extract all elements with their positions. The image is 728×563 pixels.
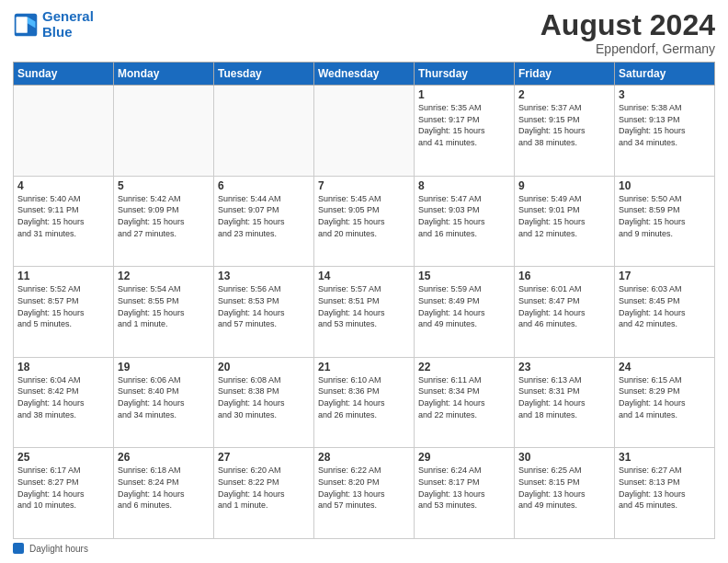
day-info: Sunrise: 5:45 AM Sunset: 9:05 PM Dayligh… [318,193,410,239]
dow-header-tuesday: Tuesday [214,63,314,86]
day-number: 9 [518,179,610,192]
day-number: 14 [318,270,410,282]
day-number: 29 [418,451,510,464]
calendar-cell: 27Sunrise: 6:20 AM Sunset: 8:22 PM Dayli… [214,448,314,539]
calendar-table: SundayMondayTuesdayWednesdayThursdayFrid… [13,62,715,539]
day-number: 24 [619,361,711,373]
day-number: 23 [518,361,610,373]
calendar-cell: 3Sunrise: 5:38 AM Sunset: 9:13 PM Daylig… [615,86,715,177]
day-info: Sunrise: 5:50 AM Sunset: 8:59 PM Dayligh… [619,193,711,239]
calendar-cell: 7Sunrise: 5:45 AM Sunset: 9:05 PM Daylig… [314,176,415,267]
day-info: Sunrise: 5:38 AM Sunset: 9:13 PM Dayligh… [619,102,711,148]
day-number: 4 [17,179,109,192]
day-number: 26 [118,451,210,464]
dow-header-wednesday: Wednesday [314,63,415,86]
day-number: 30 [518,451,610,464]
day-number: 10 [619,179,711,192]
calendar-cell: 6Sunrise: 5:44 AM Sunset: 9:07 PM Daylig… [214,176,314,267]
dow-header-saturday: Saturday [615,63,715,86]
calendar-cell: 19Sunrise: 6:06 AM Sunset: 8:40 PM Dayli… [114,357,214,448]
day-number: 15 [418,270,510,282]
day-info: Sunrise: 6:11 AM Sunset: 8:34 PM Dayligh… [418,374,510,420]
day-info: Sunrise: 5:52 AM Sunset: 8:57 PM Dayligh… [17,283,109,329]
calendar-cell: 17Sunrise: 6:03 AM Sunset: 8:45 PM Dayli… [615,267,715,358]
day-info: Sunrise: 6:06 AM Sunset: 8:40 PM Dayligh… [118,374,210,420]
day-number: 8 [418,179,510,192]
calendar-cell: 9Sunrise: 5:49 AM Sunset: 9:01 PM Daylig… [515,176,615,267]
calendar-cell: 31Sunrise: 6:27 AM Sunset: 8:13 PM Dayli… [615,448,715,539]
calendar-cell [114,86,214,177]
logo-line2: Blue [42,24,73,40]
logo-line1: General [42,8,94,24]
dow-header-friday: Friday [515,63,615,86]
day-number: 6 [218,179,310,192]
calendar-cell: 26Sunrise: 6:18 AM Sunset: 8:24 PM Dayli… [114,448,214,539]
day-info: Sunrise: 5:47 AM Sunset: 9:03 PM Dayligh… [418,193,510,239]
day-number: 31 [619,451,711,464]
calendar-cell: 23Sunrise: 6:13 AM Sunset: 8:31 PM Dayli… [515,357,615,448]
day-number: 20 [218,361,310,373]
header: General Blue August 2024 Eppendorf, Germ… [13,9,715,56]
day-info: Sunrise: 6:20 AM Sunset: 8:22 PM Dayligh… [218,465,310,511]
calendar-cell: 12Sunrise: 5:54 AM Sunset: 8:55 PM Dayli… [114,267,214,358]
day-info: Sunrise: 6:18 AM Sunset: 8:24 PM Dayligh… [118,465,210,511]
title-block: August 2024 Eppendorf, Germany [540,9,715,56]
calendar-cell: 8Sunrise: 5:47 AM Sunset: 9:03 PM Daylig… [415,176,515,267]
day-number: 22 [418,361,510,373]
calendar-cell: 5Sunrise: 5:42 AM Sunset: 9:09 PM Daylig… [114,176,214,267]
week-row-2: 4Sunrise: 5:40 AM Sunset: 9:11 PM Daylig… [14,176,715,267]
dow-header-monday: Monday [114,63,214,86]
day-number: 13 [218,270,310,282]
day-info: Sunrise: 5:59 AM Sunset: 8:49 PM Dayligh… [418,283,510,329]
day-info: Sunrise: 6:25 AM Sunset: 8:15 PM Dayligh… [518,465,610,511]
calendar-cell: 2Sunrise: 5:37 AM Sunset: 9:15 PM Daylig… [515,86,615,177]
day-number: 16 [518,270,610,282]
week-row-3: 11Sunrise: 5:52 AM Sunset: 8:57 PM Dayli… [14,267,715,358]
calendar-cell [214,86,314,177]
day-info: Sunrise: 6:03 AM Sunset: 8:45 PM Dayligh… [619,283,711,329]
day-info: Sunrise: 5:57 AM Sunset: 8:51 PM Dayligh… [318,283,410,329]
calendar-cell [314,86,415,177]
day-info: Sunrise: 6:22 AM Sunset: 8:20 PM Dayligh… [318,465,410,511]
day-info: Sunrise: 6:17 AM Sunset: 8:27 PM Dayligh… [17,465,109,511]
calendar-cell: 15Sunrise: 5:59 AM Sunset: 8:49 PM Dayli… [415,267,515,358]
day-info: Sunrise: 5:56 AM Sunset: 8:53 PM Dayligh… [218,283,310,329]
day-info: Sunrise: 6:01 AM Sunset: 8:47 PM Dayligh… [518,283,610,329]
week-row-1: 1Sunrise: 5:35 AM Sunset: 9:17 PM Daylig… [14,86,715,177]
calendar-body: 1Sunrise: 5:35 AM Sunset: 9:17 PM Daylig… [14,86,715,539]
day-number: 18 [17,361,109,373]
dow-header-sunday: Sunday [14,63,114,86]
calendar-cell: 22Sunrise: 6:11 AM Sunset: 8:34 PM Dayli… [415,357,515,448]
day-info: Sunrise: 6:15 AM Sunset: 8:29 PM Dayligh… [619,374,711,420]
calendar-cell: 16Sunrise: 6:01 AM Sunset: 8:47 PM Dayli… [515,267,615,358]
dow-header-thursday: Thursday [415,63,515,86]
day-number: 25 [17,451,109,464]
day-number: 19 [118,361,210,373]
calendar-cell: 28Sunrise: 6:22 AM Sunset: 8:20 PM Dayli… [314,448,415,539]
day-info: Sunrise: 5:40 AM Sunset: 9:11 PM Dayligh… [17,193,109,239]
calendar-cell: 13Sunrise: 5:56 AM Sunset: 8:53 PM Dayli… [214,267,314,358]
calendar-cell: 21Sunrise: 6:10 AM Sunset: 8:36 PM Dayli… [314,357,415,448]
svg-rect-2 [17,17,28,33]
day-number: 21 [318,361,410,373]
day-number: 11 [17,270,109,282]
calendar-cell: 18Sunrise: 6:04 AM Sunset: 8:42 PM Dayli… [14,357,114,448]
calendar-cell: 24Sunrise: 6:15 AM Sunset: 8:29 PM Dayli… [615,357,715,448]
footer: Daylight hours [13,543,715,554]
day-info: Sunrise: 5:42 AM Sunset: 9:09 PM Dayligh… [118,193,210,239]
day-number: 7 [318,179,410,192]
footer-label: Daylight hours [29,544,88,554]
day-info: Sunrise: 5:44 AM Sunset: 9:07 PM Dayligh… [218,193,310,239]
day-info: Sunrise: 6:24 AM Sunset: 8:17 PM Dayligh… [418,465,510,511]
day-number: 27 [218,451,310,464]
logo-text: General Blue [42,9,94,40]
calendar-cell: 29Sunrise: 6:24 AM Sunset: 8:17 PM Dayli… [415,448,515,539]
calendar-cell: 30Sunrise: 6:25 AM Sunset: 8:15 PM Dayli… [515,448,615,539]
day-number: 3 [619,88,711,101]
week-row-4: 18Sunrise: 6:04 AM Sunset: 8:42 PM Dayli… [14,357,715,448]
day-info: Sunrise: 5:49 AM Sunset: 9:01 PM Dayligh… [518,193,610,239]
day-info: Sunrise: 6:08 AM Sunset: 8:38 PM Dayligh… [218,374,310,420]
day-number: 12 [118,270,210,282]
day-number: 1 [418,88,510,101]
calendar-cell: 1Sunrise: 5:35 AM Sunset: 9:17 PM Daylig… [415,86,515,177]
